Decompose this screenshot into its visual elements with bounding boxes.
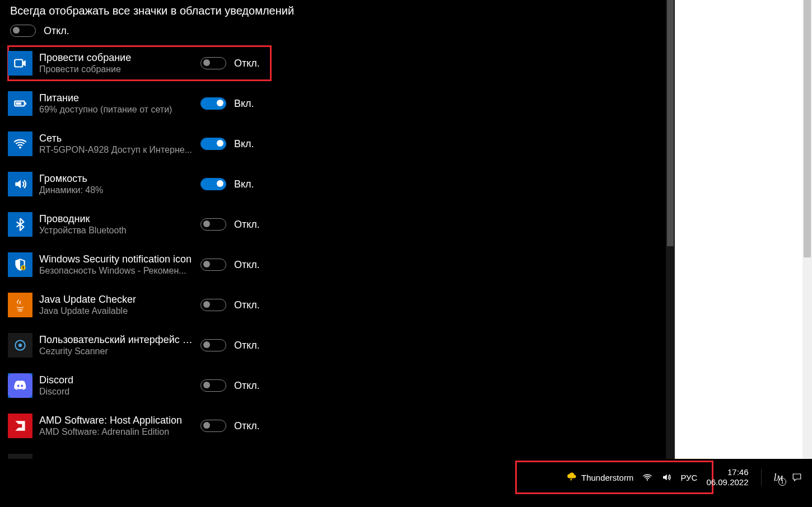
toggle-label: Вкл. (234, 138, 254, 150)
weather-text: Thunderstorm (581, 473, 633, 482)
toggle-label: Откл. (234, 299, 260, 311)
item-title: Провести собрание (39, 51, 196, 64)
toggle-label: Откл. (234, 58, 260, 69)
tray-icon-item-steam[interactable]: SteamОткл. (8, 449, 271, 459)
item-title: Проводник (39, 213, 196, 225)
toggle-group: Откл. (200, 420, 260, 432)
toggle[interactable] (200, 339, 226, 351)
ime-indicator[interactable]: lм1 (774, 472, 783, 483)
toggle-group: Откл. (200, 218, 260, 231)
java-icon (8, 293, 32, 317)
item-title: Питание (39, 92, 196, 104)
master-toggle-label: Откл. (44, 25, 69, 37)
action-center-icon[interactable] (792, 472, 802, 482)
item-labels: СетьRT-5GPON-A928 Доступ к Интерне... (39, 132, 196, 156)
item-labels: ГромкостьДинамики: 48% (39, 172, 196, 196)
toggle-group: Вкл. (200, 178, 254, 190)
clock-time: 17:46 (706, 467, 748, 477)
item-title: Java Update Checker (39, 293, 196, 306)
item-subtitle: Discord (39, 386, 196, 397)
wifi-icon (8, 132, 32, 156)
item-title: Discord (39, 374, 196, 386)
tray-icon-item-shield[interactable]: Windows Security notification iconБезопа… (8, 247, 271, 282)
toggle-group: Откл. (200, 339, 260, 351)
shield-icon (8, 252, 32, 277)
toggle-group: Откл. (200, 379, 260, 392)
toggle[interactable] (200, 379, 226, 392)
battery-icon (8, 91, 32, 116)
svg-rect-6 (23, 266, 24, 268)
item-subtitle: AMD Software: Adrenalin Edition (39, 426, 196, 438)
item-title: Громкость (39, 172, 196, 185)
clock[interactable]: 17:46 06.09.2022 (706, 467, 748, 487)
thunderstorm-icon (567, 472, 577, 482)
item-labels: Питание69% доступно (питание от сети) (39, 92, 196, 115)
svg-point-9 (18, 344, 22, 348)
tray-icon-item-cezurity[interactable]: Пользовательский интерфейс Cez...Cezurit… (8, 328, 271, 363)
master-toggle[interactable] (10, 25, 36, 37)
clock-date: 06.09.2022 (706, 477, 748, 487)
icon-toggle-list: Провести собраниеПровести собраниеОткл.П… (8, 46, 271, 459)
tray-icon-item-wifi[interactable]: СетьRT-5GPON-A928 Доступ к Интерне...Вкл… (8, 126, 271, 161)
wifi-tray-icon[interactable] (642, 472, 652, 482)
item-title: Пользовательский интерфейс Cez... (39, 334, 196, 346)
amd-icon (8, 414, 32, 438)
toggle[interactable] (200, 178, 226, 190)
item-subtitle: RT-5GPON-A928 Доступ к Интерне... (39, 144, 196, 156)
tray-icon-item-java[interactable]: Java Update CheckerJava Update Available… (8, 288, 271, 322)
item-subtitle: Устройства Bluetooth (39, 225, 196, 236)
tray-icon-item-meet[interactable]: Провести собраниеПровести собраниеОткл. (8, 46, 271, 81)
toggle-group: Вкл. (200, 97, 254, 110)
toggle[interactable] (200, 299, 226, 311)
language-indicator[interactable]: РУС (680, 473, 697, 482)
toggle-label: Откл. (234, 420, 260, 432)
heading-always-show-icons: Всегда отображать все значки в области у… (10, 4, 294, 17)
item-title: AMD Software: Host Application (39, 414, 196, 426)
tray-icon-item-volume[interactable]: ГромкостьДинамики: 48%Вкл. (8, 167, 271, 201)
toggle[interactable] (200, 57, 226, 69)
scrollbar-thumb[interactable] (804, 0, 811, 257)
tray-separator (761, 469, 762, 486)
svg-rect-7 (23, 269, 24, 270)
item-labels: AMD Software: Host ApplicationAMD Softwa… (39, 414, 196, 438)
settings-scrollbar[interactable] (666, 0, 675, 459)
item-subtitle: Безопасность Windows - Рекомен... (39, 265, 196, 276)
right-scrollbar[interactable] (802, 0, 812, 459)
toggle[interactable] (200, 97, 226, 110)
weather-widget[interactable]: Thunderstorm (567, 472, 633, 482)
item-labels: DiscordDiscord (39, 374, 196, 397)
toggle[interactable] (200, 218, 226, 231)
tray-icon-item-battery[interactable]: Питание69% доступно (питание от сети)Вкл… (8, 86, 271, 121)
steam-icon (8, 454, 32, 459)
item-labels: Пользовательский интерфейс Cez...Cezurit… (39, 334, 196, 357)
volume-tray-icon[interactable] (661, 472, 671, 482)
toggle-label: Вкл. (234, 98, 254, 110)
scrollbar-thumb[interactable] (667, 0, 674, 246)
tray-icon-item-discord[interactable]: DiscordDiscordОткл. (8, 368, 271, 403)
item-subtitle: Провести собрание (39, 64, 196, 75)
toggle-group: Вкл. (200, 138, 254, 150)
right-panel (675, 0, 812, 459)
toggle-group: Откл. (200, 259, 260, 271)
toggle-group: Откл. (200, 57, 260, 69)
toggle-label: Откл. (234, 340, 260, 351)
toggle[interactable] (200, 259, 226, 271)
svg-point-14 (647, 479, 648, 480)
toggle[interactable] (200, 138, 226, 150)
toggle-label: Откл. (234, 259, 260, 271)
volume-icon (8, 172, 32, 196)
svg-point-4 (19, 147, 21, 149)
cezurity-icon (8, 333, 32, 358)
item-title: Windows Security notification icon (39, 253, 196, 265)
item-subtitle: Java Update Available (39, 306, 196, 317)
toggle-label: Вкл. (234, 179, 254, 190)
master-toggle-row: Откл. (10, 25, 69, 37)
tray-icon-item-amd[interactable]: AMD Software: Host ApplicationAMD Softwa… (8, 409, 271, 443)
svg-rect-3 (16, 102, 21, 105)
item-labels: ПроводникУстройства Bluetooth (39, 213, 196, 236)
tray-icon-item-bluetooth[interactable]: ПроводникУстройства BluetoothОткл. (8, 207, 271, 242)
settings-panel: Всегда отображать все значки в области у… (0, 0, 675, 459)
toggle-group: Откл. (200, 299, 260, 311)
toggle[interactable] (200, 420, 226, 432)
system-tray: Thunderstorm РУС 17:46 06.09.2022 lм1 (567, 466, 802, 489)
